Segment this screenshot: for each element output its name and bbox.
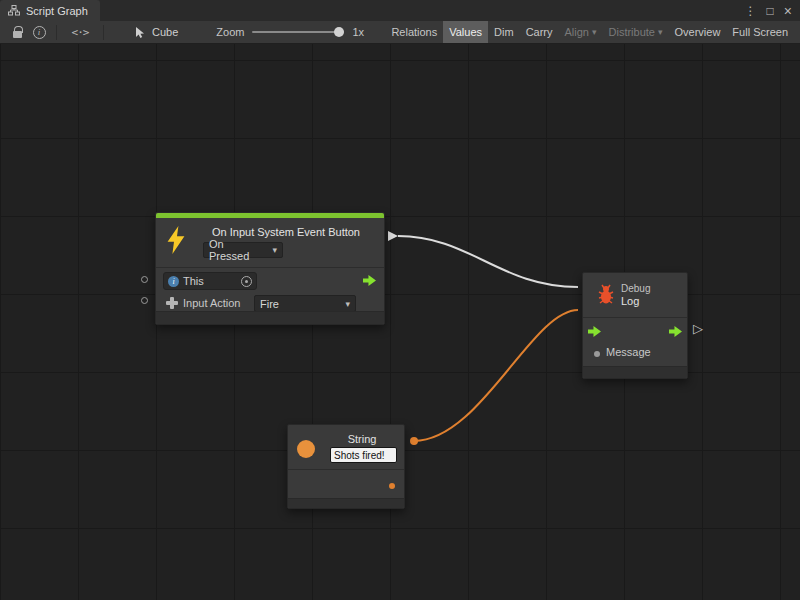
code-view-icon[interactable]: <·> bbox=[63, 21, 97, 43]
dim-button[interactable]: Dim bbox=[488, 21, 520, 43]
node-string-literal[interactable]: String bbox=[287, 424, 405, 509]
overview-button[interactable]: Overview bbox=[669, 21, 727, 43]
graph-target-label: Cube bbox=[152, 26, 178, 38]
bug-icon bbox=[595, 282, 617, 306]
node-footer bbox=[156, 311, 384, 324]
window-menu-icon[interactable]: ⋮ bbox=[745, 5, 757, 17]
input-action-label: Input Action bbox=[183, 297, 241, 309]
carry-button[interactable]: Carry bbox=[520, 21, 559, 43]
zoom-label: Zoom bbox=[216, 26, 244, 38]
string-output-port[interactable] bbox=[389, 483, 395, 489]
zoom-value: 1x bbox=[352, 26, 364, 38]
node-on-input-system-event-button[interactable]: On Input System Event Button On Pressed … bbox=[155, 212, 385, 325]
flow-input-port[interactable] bbox=[588, 326, 601, 337]
node-debug-log[interactable]: Debug Log ▷ Message bbox=[582, 272, 688, 379]
graph-icon bbox=[8, 5, 20, 16]
tab-label: Script Graph bbox=[26, 5, 88, 17]
node-category: Debug bbox=[621, 283, 650, 294]
node-footer bbox=[288, 498, 404, 508]
this-object-field[interactable]: i This bbox=[163, 272, 257, 290]
toolbar-buttons: Relations Values Dim Carry Align▾ Distri… bbox=[385, 21, 794, 43]
tab-script-graph[interactable]: Script Graph bbox=[0, 0, 100, 21]
action-input-port[interactable] bbox=[141, 297, 148, 304]
relations-button[interactable]: Relations bbox=[385, 21, 443, 43]
graph-toolbar: i <·> Cube Zoom 1x Relations Values Dim … bbox=[0, 21, 800, 44]
pointer-icon bbox=[128, 21, 150, 43]
zoom-slider-knob[interactable] bbox=[334, 27, 344, 37]
lightning-icon bbox=[166, 226, 186, 254]
this-input-port[interactable] bbox=[141, 276, 148, 283]
string-value-input[interactable] bbox=[330, 447, 397, 463]
divider bbox=[156, 267, 384, 268]
action-dropdown[interactable]: Fire ▾ bbox=[254, 295, 356, 312]
window-titlebar: Script Graph ⋮ □ × bbox=[0, 0, 800, 21]
object-picker-icon[interactable] bbox=[241, 276, 252, 287]
separator bbox=[56, 25, 57, 40]
trigger-output-port[interactable] bbox=[363, 275, 376, 286]
info-icon[interactable]: i bbox=[28, 21, 50, 43]
lock-icon[interactable] bbox=[6, 21, 28, 43]
fullscreen-button[interactable]: Full Screen bbox=[726, 21, 794, 43]
close-icon[interactable]: × bbox=[784, 4, 792, 18]
divider bbox=[288, 469, 404, 470]
divider bbox=[583, 317, 687, 318]
wire-start-arrow bbox=[388, 231, 398, 241]
graph-canvas[interactable]: On Input System Event Button On Pressed … bbox=[0, 44, 800, 600]
distribute-dropdown-button[interactable]: Distribute▾ bbox=[603, 21, 669, 43]
chevron-down-icon: ▾ bbox=[592, 27, 597, 37]
control-wire[interactable] bbox=[398, 236, 578, 287]
separator bbox=[103, 25, 104, 40]
input-action-icon bbox=[166, 297, 178, 309]
message-input-port[interactable] bbox=[594, 351, 600, 357]
node-title: On Input System Event Button bbox=[194, 226, 378, 238]
flow-output-port[interactable] bbox=[669, 326, 682, 337]
object-icon: i bbox=[168, 276, 179, 287]
chevron-down-icon: ▾ bbox=[345, 299, 350, 309]
align-dropdown-button[interactable]: Align▾ bbox=[559, 21, 603, 43]
message-label: Message bbox=[606, 346, 651, 358]
values-button[interactable]: Values bbox=[443, 21, 488, 43]
string-type-icon bbox=[297, 440, 315, 458]
maximize-icon[interactable]: □ bbox=[767, 5, 774, 17]
node-title: Log bbox=[621, 295, 639, 307]
zoom-slider[interactable] bbox=[252, 31, 344, 33]
continue-triangle-icon: ▷ bbox=[693, 322, 703, 335]
on-pressed-dropdown[interactable]: On Pressed ▾ bbox=[203, 242, 283, 258]
event-accent-bar bbox=[156, 213, 384, 218]
node-title: String bbox=[326, 433, 398, 445]
node-footer bbox=[583, 366, 687, 378]
this-label: This bbox=[183, 275, 204, 287]
value-wire[interactable] bbox=[414, 310, 578, 441]
chevron-down-icon: ▾ bbox=[272, 245, 277, 255]
chevron-down-icon: ▾ bbox=[658, 27, 663, 37]
